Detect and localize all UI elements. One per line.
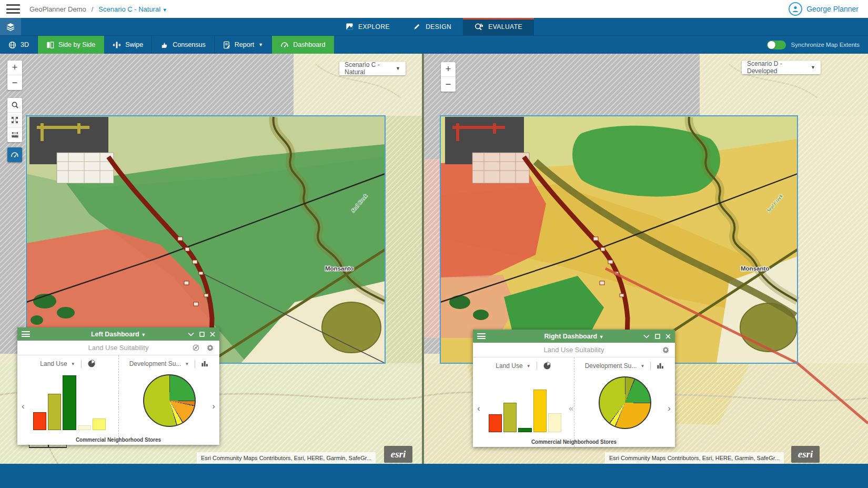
breadcrumb-scenario-link[interactable]: Scenario C - Natural ▼ <box>98 5 167 13</box>
consensus-button[interactable]: Consensus <box>152 36 215 54</box>
left-scenario-selector[interactable]: Scenario C - Natural▼ <box>339 62 406 75</box>
tab-evaluate[interactable]: EVALUATE <box>463 18 534 35</box>
tab-design[interactable]: DESIGN <box>401 18 463 35</box>
bar-segment <box>93 419 106 430</box>
bar-chart-type-icon[interactable] <box>201 360 209 367</box>
left-dashboard-header: Left Dashboard ▼ <box>17 327 219 341</box>
collapse-chevron-icon[interactable] <box>643 334 650 338</box>
zoom-in-button[interactable]: + <box>441 62 456 77</box>
bar-segment <box>503 403 517 432</box>
carousel-next-button[interactable]: › <box>212 402 215 411</box>
expand-arrows-icon <box>11 116 18 124</box>
land-use-bar-chart <box>33 371 106 430</box>
user-menu[interactable]: George Planner <box>789 2 859 16</box>
zoom-in-button[interactable]: + <box>7 61 22 75</box>
synchronize-extents-toggle[interactable] <box>767 41 786 49</box>
bottom-bar <box>0 464 868 488</box>
bar-segment <box>78 425 91 430</box>
development-suitability-selector[interactable]: Development Su...▼ <box>585 362 645 370</box>
synchronize-extents-label: Synchronize Map Extents <box>791 42 860 48</box>
right-map-suitability-layers <box>440 116 798 363</box>
gauge-icon <box>280 41 289 49</box>
bar-segment <box>33 412 46 430</box>
bar-segment <box>533 390 547 432</box>
right-map-place-label: Monsanto <box>741 265 769 272</box>
pencil-icon <box>413 23 421 31</box>
gear-icon[interactable] <box>662 346 670 354</box>
right-dashboard-body: Land Use▼ Deve <box>473 357 675 447</box>
layers-icon <box>6 22 15 32</box>
left-dashboard-subheader: Land Use Suitability <box>17 341 219 355</box>
indicator-caption: Commercial Neighborhood Stores <box>473 439 675 445</box>
zoom-out-button[interactable]: − <box>441 77 456 92</box>
bar-segment <box>518 428 531 432</box>
search-button[interactable] <box>7 98 22 113</box>
development-suitability-pie-chart <box>599 376 651 429</box>
close-icon[interactable] <box>665 334 671 339</box>
swipe-button[interactable]: Swipe <box>104 36 152 54</box>
3d-button[interactable]: 3D <box>0 36 38 54</box>
evaluate-chart-magnifier-icon <box>475 23 483 31</box>
right-dashboard-subheader: Land Use Suitability <box>473 343 675 357</box>
maximize-icon[interactable] <box>655 334 660 339</box>
carousel-jump-button[interactable]: « <box>569 404 573 413</box>
dashboard-panel-title: Land Use Suitability <box>17 344 219 352</box>
bar-segment <box>489 414 502 432</box>
development-suitability-selector[interactable]: Development Su...▼ <box>129 360 189 367</box>
dashboard-button[interactable]: Dashboard <box>272 36 334 54</box>
zoom-out-button[interactable]: − <box>7 75 22 90</box>
maximize-icon[interactable] <box>199 332 205 337</box>
left-map-attribution: Esri Community Maps Contributors, Esri, … <box>197 452 376 464</box>
thumbs-up-icon <box>160 41 168 49</box>
visibility-off-icon[interactable] <box>192 344 200 352</box>
top-bar: GeoPlanner Demo / Scenario C - Natural ▼… <box>0 0 868 18</box>
collapse-chevron-icon[interactable] <box>188 332 194 336</box>
breadcrumb: GeoPlanner Demo / Scenario C - Natural ▼ <box>29 5 167 13</box>
dashboard-menu-icon[interactable] <box>22 331 30 337</box>
left-dashboard-tool <box>7 147 22 162</box>
close-icon[interactable] <box>210 332 215 337</box>
full-extent-button[interactable] <box>7 113 22 127</box>
report-button[interactable]: Report ▼ <box>215 36 272 54</box>
carousel-prev-button[interactable]: ‹ <box>22 402 25 411</box>
side-by-side-button[interactable]: Side by Side <box>38 36 104 54</box>
development-suitability-widget: Development Su...▼ <box>118 355 219 445</box>
layers-button[interactable] <box>0 18 21 35</box>
land-use-selector[interactable]: Land Use▼ <box>40 360 75 367</box>
measure-button[interactable] <box>7 127 22 142</box>
pie-chart-type-icon[interactable] <box>87 360 96 368</box>
left-map-suitability-layers <box>26 116 385 363</box>
land-use-bar-chart <box>489 373 561 432</box>
carousel-prev-button[interactable]: ‹ <box>477 404 480 413</box>
explore-icon <box>346 23 354 31</box>
esri-logo: esri <box>791 446 820 463</box>
bar-chart-type-icon[interactable] <box>657 362 664 370</box>
user-name: George Planner <box>806 5 859 13</box>
gear-icon[interactable] <box>206 344 214 352</box>
side-by-side-icon <box>46 41 54 49</box>
right-scenario-selector[interactable]: Scenario D - Developed▼ <box>742 61 821 74</box>
left-map-tools <box>7 98 22 142</box>
land-use-widget: Land Use▼ <box>17 355 118 445</box>
chevron-down-icon: ▼ <box>258 42 263 47</box>
land-use-widget: Land Use▼ <box>473 357 574 447</box>
land-use-selector[interactable]: Land Use▼ <box>496 362 530 370</box>
hamburger-menu-icon[interactable] <box>6 4 20 14</box>
right-dashboard-header: Right Dashboard ▼ <box>473 330 675 343</box>
map-area: Monsanto Seal Creek Scenario C - Natural… <box>0 54 868 464</box>
breadcrumb-separator: / <box>92 5 94 13</box>
swipe-icon <box>113 41 121 49</box>
dashboard-menu-icon[interactable] <box>477 333 486 339</box>
tab-explore[interactable]: EXPLORE <box>334 18 401 35</box>
dashboard-tool-button[interactable] <box>7 147 22 162</box>
carousel-next-button[interactable]: › <box>668 404 671 413</box>
mode-tabs: EXPLORE DESIGN EVALUATE <box>334 18 534 35</box>
chevron-down-icon: ▼ <box>811 65 815 70</box>
nav-bar: EXPLORE DESIGN EVALUATE <box>0 18 868 35</box>
pie-chart-type-icon[interactable] <box>543 362 551 370</box>
right-zoom-controls: + − <box>441 62 456 92</box>
indicator-caption: Commercial Neighborhood Stores <box>17 437 219 443</box>
bar-segment <box>63 375 76 430</box>
bar-segment <box>48 394 61 430</box>
measure-ruler-icon <box>11 131 19 138</box>
